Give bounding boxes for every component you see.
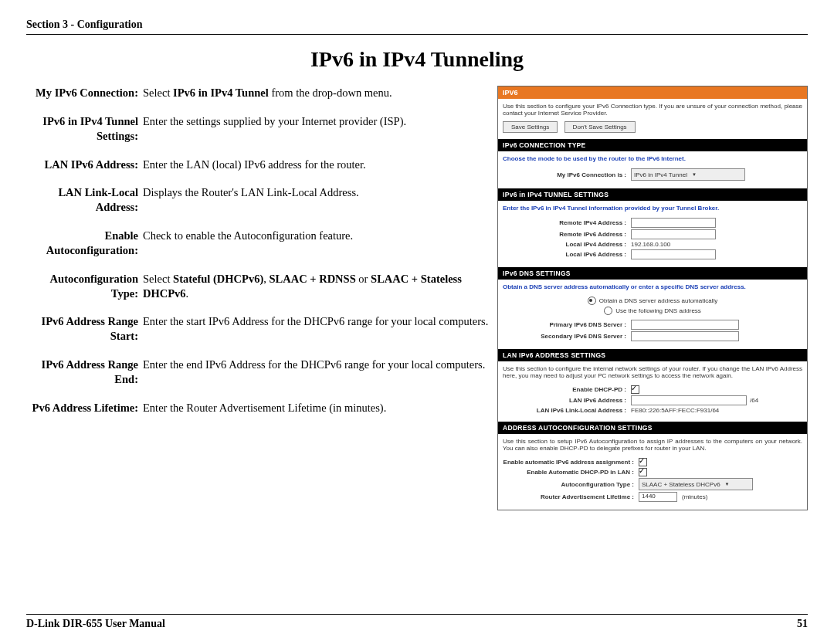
def-lan-ipv6-address: LAN IPv6 Address: Enter the LAN (local) …: [26, 158, 490, 172]
router-ui-screenshot: IPV6 Use this section to configure your …: [497, 86, 808, 510]
lan-addr-input[interactable]: [631, 395, 747, 405]
autoconfig-header: ADDRESS AUTOCONFIGURATION SETTINGS: [498, 422, 807, 434]
def-term: LAN IPv6 Address:: [26, 158, 143, 172]
remote-ipv4-label: Remote IPv4 Address :: [503, 219, 631, 226]
dhcppd-checkbox[interactable]: [631, 385, 639, 394]
def-address-lifetime: Pv6 Address Lifetime: Enter the Router A…: [26, 401, 490, 415]
dns-header: IPv6 DNS SETTINGS: [498, 267, 807, 280]
autoconfig-intro: Use this section to setup IPv6 Autoconfi…: [503, 438, 802, 452]
def-desc: Enter the settings supplied by your Inte…: [143, 114, 490, 144]
panel-ipv6-intro: Use this section to configure your IPv6 …: [503, 103, 802, 117]
dont-save-settings-button[interactable]: Don't Save Settings: [564, 121, 636, 133]
def-range-start: IPv6 Address Range Start: Enter the star…: [26, 314, 490, 344]
def-lan-link-local: LAN Link-Local Address: Displays the Rou…: [26, 185, 490, 215]
def-term: IPv6 Address Range End:: [26, 358, 143, 387]
def-term: Pv6 Address Lifetime:: [26, 401, 143, 415]
def-term: Enable Autoconfiguration:: [26, 229, 143, 258]
lan-addr-suffix: /64: [750, 397, 758, 404]
save-settings-button[interactable]: Save Settings: [503, 121, 558, 133]
def-enable-autoconfig: Enable Autoconfiguration: Check to enabl…: [26, 229, 490, 258]
auto-dhcppd-label: Enable Automatic DHCP-PD in LAN :: [503, 469, 639, 476]
def-term: Autoconfiguration Type:: [26, 272, 143, 301]
dns-manual-radio[interactable]: [604, 307, 612, 315]
definitions-column: My IPv6 Connection: Select IPv6 in IPv4 …: [26, 86, 490, 510]
def-tunnel-settings: IPv6 in IPv4 Tunnel Settings: Enter the …: [26, 114, 490, 144]
def-range-end: IPv6 Address Range End: Enter the end IP…: [26, 358, 490, 387]
auto-enable-label: Enable automatic IPv6 address assignment…: [503, 459, 639, 466]
auto-ra-label: Router Advertisement Lifetime :: [503, 493, 639, 500]
auto-type-select[interactable]: SLAAC + Stateless DHCPv6: [639, 478, 753, 490]
lan-header: LAN IPv6 ADDRESS SETTINGS: [498, 349, 807, 361]
lan-addr-label: LAN IPv6 Address :: [503, 397, 631, 404]
auto-dhcppd-checkbox[interactable]: [639, 468, 647, 476]
auto-type-label: Autoconfiguration Type :: [503, 481, 639, 488]
dns-manual-label: Use the following DNS address: [615, 307, 701, 314]
remote-ipv4-input[interactable]: [631, 218, 716, 228]
remote-ipv6-label: Remote IPv6 Address :: [503, 231, 631, 238]
tunnel-header: IPv6 in IPv4 TUNNEL SETTINGS: [498, 188, 807, 201]
def-term: LAN Link-Local Address:: [26, 185, 143, 215]
def-desc: Displays the Router's LAN Link-Local Add…: [143, 185, 490, 215]
def-desc: Enter the Router Advertisement Lifetime …: [143, 401, 490, 415]
remote-ipv6-input[interactable]: [631, 229, 716, 239]
def-desc: Enter the start IPv6 Address for the DHC…: [143, 314, 490, 344]
def-my-ipv6-connection: My IPv6 Connection: Select IPv6 in IPv4 …: [26, 86, 490, 100]
def-desc: Enter the end IPv6 Address for the DHCPv…: [143, 358, 490, 387]
dhcppd-label: Enable DHCP-PD :: [503, 386, 631, 393]
tunnel-blue: Enter the IPv6 in IPv4 Tunnel informatio…: [503, 205, 802, 212]
footer-manual: D-Link DIR-655 User Manual: [26, 618, 165, 630]
auto-ra-input[interactable]: 1440: [639, 492, 677, 502]
panel-ipv6-header: IPV6: [498, 86, 807, 99]
dns-secondary-label: Secondary IPv6 DNS Server :: [503, 333, 631, 340]
lan-intro: Use this section to configure the intern…: [503, 365, 802, 379]
def-desc: Select Stateful (DHCPv6), SLAAC + RDNSS …: [143, 272, 490, 301]
dns-primary-input[interactable]: [631, 320, 739, 330]
header-rule: [26, 34, 808, 35]
def-term: IPv6 in IPv4 Tunnel Settings:: [26, 114, 143, 144]
conn-type-header: IPv6 CONNECTION TYPE: [498, 139, 807, 151]
def-desc: Enter the LAN (local) IPv6 address for t…: [143, 158, 490, 172]
page-title: IPv6 in IPv4 Tunneling: [26, 47, 808, 72]
local-ipv6-label: Local IPv6 Address :: [503, 251, 631, 258]
conn-type-select[interactable]: IPv6 in IPv4 Tunnel: [631, 168, 745, 181]
local-ipv4-label: Local IPv4 Address :: [503, 241, 631, 248]
def-autoconfig-type: Autoconfiguration Type: Select Stateful …: [26, 272, 490, 301]
conn-type-blue: Choose the mode to be used by the router…: [503, 155, 802, 162]
auto-ra-unit: (minutes): [682, 493, 707, 500]
def-term: My IPv6 Connection:: [26, 86, 143, 100]
def-desc: Check to enable the Autoconfiguration fe…: [143, 229, 490, 258]
lan-ll-value: FE80::226:5AFF:FECC:F931/64: [631, 407, 719, 414]
def-desc: Select IPv6 in IPv4 Tunnel from the drop…: [143, 86, 490, 100]
auto-enable-checkbox[interactable]: [639, 458, 647, 466]
conn-label: My IPv6 Connection is :: [503, 171, 631, 178]
dns-blue: Obtain a DNS server address automaticall…: [503, 283, 802, 290]
lan-ll-label: LAN IPv6 Link-Local Address :: [503, 407, 631, 414]
footer-page: 51: [797, 618, 808, 630]
local-ipv4-value: 192.168.0.100: [631, 241, 670, 248]
dns-primary-label: Primary IPv6 DNS Server :: [503, 321, 631, 328]
section-header: Section 3 - Configuration: [26, 19, 808, 34]
def-term: IPv6 Address Range Start:: [26, 314, 143, 344]
dns-secondary-input[interactable]: [631, 331, 739, 341]
dns-auto-radio[interactable]: [588, 297, 596, 305]
local-ipv6-input[interactable]: [631, 249, 716, 259]
dns-auto-label: Obtain a DNS server address automaticall…: [599, 297, 717, 304]
